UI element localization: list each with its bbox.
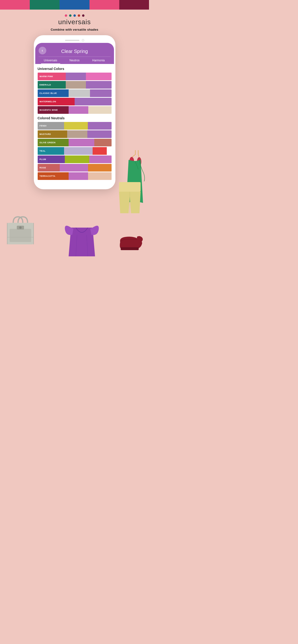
color-row-warm-pink[interactable]: WARM PINK	[38, 72, 112, 80]
top-color-bar	[0, 0, 149, 10]
plum-swatch1	[65, 156, 89, 163]
logo-text: universais	[0, 18, 149, 26]
warm-pink-swatch1	[66, 72, 86, 80]
fendi-label: FENDI	[38, 122, 64, 130]
svg-line-1	[132, 154, 135, 157]
top-bar-pink2	[89, 0, 119, 10]
magenta-wine-label: MAGENTA WINE	[38, 106, 69, 114]
watermelon-swatch1	[75, 98, 112, 106]
fendi-swatch1	[64, 122, 88, 130]
phone-screen: ‹ Clear Spring Universais Neutros Harmon…	[35, 43, 114, 184]
screen-tabs: Universais Neutros Harmonia	[39, 56, 111, 64]
purple-top-decoration	[64, 216, 100, 256]
color-row-teal[interactable]: TEAL	[38, 147, 112, 155]
phone-mockup: ‹ Clear Spring Universais Neutros Harmon…	[34, 35, 115, 189]
tab-universais[interactable]: Universais	[39, 57, 63, 64]
rose-swatch2	[88, 164, 112, 172]
color-row-classic-blue[interactable]: CLASSIC BLUE	[38, 89, 112, 97]
warm-pink-label: WARM PINK	[38, 72, 66, 80]
top-bar-pink	[0, 0, 30, 10]
svg-point-12	[19, 226, 22, 229]
logo-area: universais	[0, 10, 149, 28]
tab-harmonia[interactable]: Harmonia	[87, 57, 111, 64]
plum-swatch2	[89, 156, 112, 163]
color-row-watermelon[interactable]: WATERMELON	[38, 98, 112, 106]
teal-swatch1	[64, 147, 92, 155]
color-row-mustard[interactable]: MUSTARD	[38, 130, 112, 138]
dot-3	[73, 14, 76, 17]
classic-blue-swatch2	[90, 89, 111, 97]
mustard-swatch2	[87, 130, 111, 138]
top-bar-wine	[119, 0, 149, 10]
phone-notch	[35, 39, 114, 43]
phone-pill	[65, 40, 79, 41]
color-row-fendi[interactable]: FENDI	[38, 122, 112, 130]
gray-bag-decoration	[5, 216, 36, 247]
colored-neutrals-title: Colored Neutrals	[38, 116, 112, 120]
color-row-olive-green[interactable]: OLIVE GREEN	[38, 139, 112, 146]
svg-rect-10	[10, 229, 31, 242]
color-row-rose[interactable]: ROSE	[38, 164, 112, 172]
dot-4	[78, 14, 80, 17]
teal-label: TEAL	[38, 147, 64, 155]
svg-line-4	[138, 154, 139, 157]
svg-rect-8	[121, 247, 139, 250]
dot-5	[82, 14, 84, 17]
svg-rect-6	[119, 182, 140, 192]
warm-pink-swatch2	[86, 72, 112, 80]
classic-blue-swatch1	[69, 89, 90, 97]
magenta-wine-swatch1	[69, 106, 88, 114]
phone-camera	[82, 39, 84, 42]
shoes-decoration	[118, 235, 144, 252]
fendi-swatch2	[88, 122, 112, 130]
screen-header: ‹ Clear Spring Universais Neutros Harmon…	[35, 43, 114, 64]
dot-1	[65, 14, 67, 17]
universal-colors-title: Universal Colors	[38, 67, 112, 71]
mustard-label: MUSTARD	[38, 130, 67, 138]
mustard-swatch1	[67, 130, 88, 138]
screen-content: Universal Colors WARM PINK EMERALD	[35, 64, 114, 184]
dot-2	[69, 14, 72, 17]
top-bar-teal	[30, 0, 60, 10]
rose-swatch1	[60, 164, 88, 172]
tagline: Combine with versatile shades	[0, 28, 149, 32]
logo-dots	[0, 14, 149, 17]
rose-label: ROSE	[38, 164, 60, 172]
color-row-magenta-wine[interactable]: MAGENTA WINE	[38, 106, 112, 114]
emerald-swatch2	[86, 81, 112, 89]
plum-label: PLUM	[38, 156, 65, 163]
olive-green-swatch2	[94, 139, 111, 146]
tab-neutros[interactable]: Neutros	[63, 57, 87, 64]
color-row-emerald[interactable]: EMERALD	[38, 81, 112, 89]
color-row-plum[interactable]: PLUM	[38, 156, 112, 163]
screen-title: Clear Spring	[39, 49, 111, 56]
magenta-wine-swatch2	[88, 106, 111, 114]
emerald-swatch1	[66, 81, 86, 89]
teal-swatch2	[93, 147, 107, 155]
khaki-shorts-decoration	[118, 182, 142, 213]
phone-wrapper: ‹ Clear Spring Universais Neutros Harmon…	[0, 35, 149, 189]
top-bar-blue	[60, 0, 89, 10]
olive-green-label: OLIVE GREEN	[38, 139, 69, 146]
olive-green-swatch1	[69, 139, 94, 146]
emerald-label: EMERALD	[38, 81, 66, 89]
watermelon-label: WATERMELON	[38, 98, 75, 106]
fashion-items-area	[0, 175, 149, 266]
classic-blue-label: CLASSIC BLUE	[38, 89, 69, 97]
